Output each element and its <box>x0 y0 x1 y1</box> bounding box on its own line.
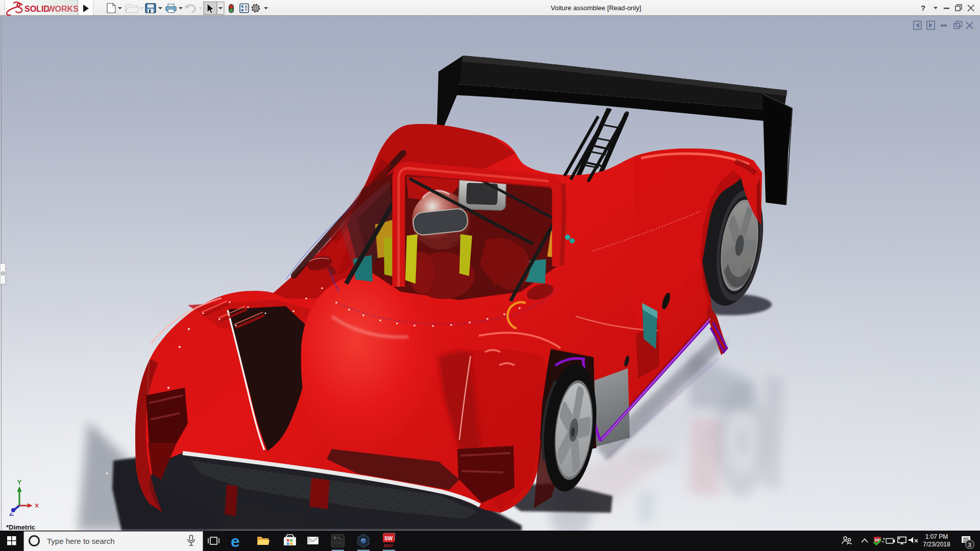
svg-text:2017: 2017 <box>384 543 393 548</box>
svg-text:?: ? <box>921 4 925 12</box>
svg-text:*Dimetric: *Dimetric <box>6 523 35 531</box>
svg-text:3: 3 <box>968 542 971 548</box>
svg-text:WORKS: WORKS <box>47 5 79 13</box>
svg-text:C:\_: C:\_ <box>334 536 343 540</box>
svg-text:e: e <box>231 532 240 550</box>
svg-text:SW: SW <box>384 536 393 541</box>
svg-text:SOLID: SOLID <box>24 5 50 13</box>
